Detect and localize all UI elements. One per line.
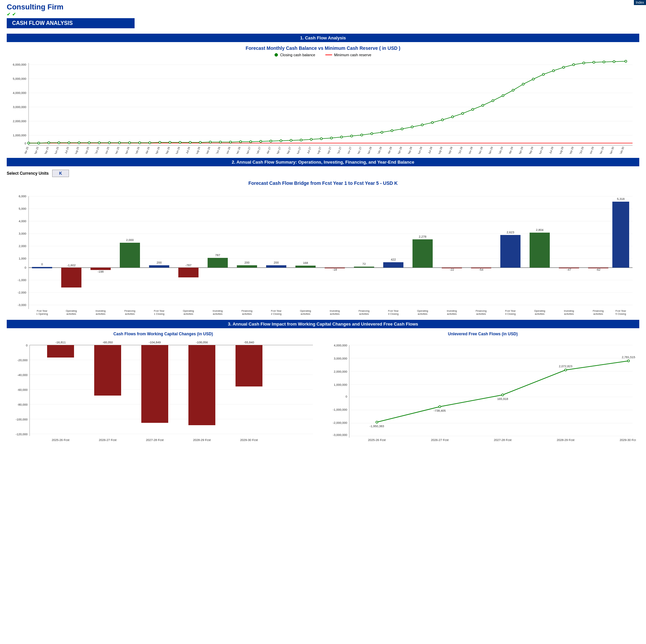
- currency-button[interactable]: K: [52, 170, 69, 177]
- header: Consulting Firm ✔ ✔ CASH FLOW ANALYSIS: [0, 0, 646, 30]
- svg-text:Financing: Financing: [124, 309, 136, 312]
- svg-text:-62: -62: [596, 268, 600, 271]
- bar-5: [178, 268, 199, 277]
- svg-point-70: [563, 66, 565, 68]
- svg-text:2,804: 2,804: [536, 228, 544, 232]
- legend-red-label: Minimum cash reserve: [334, 53, 371, 57]
- svg-text:4,000,000: 4,000,000: [13, 91, 26, 95]
- index-tab[interactable]: Index: [634, 0, 646, 5]
- svg-text:Fcst Year: Fcst Year: [95, 315, 106, 316]
- svg-point-19: [48, 142, 50, 144]
- svg-text:-68,050: -68,050: [103, 341, 113, 344]
- svg-text:Jan-27: Jan-27: [246, 146, 251, 154]
- svg-text:activities: activities: [242, 312, 252, 315]
- svg-text:Fcst Year: Fcst Year: [183, 315, 194, 316]
- bar-17: [530, 233, 550, 268]
- svg-text:Fcst Year: Fcst Year: [242, 315, 252, 316]
- svg-text:Jun-29: Jun-29: [538, 146, 544, 154]
- svg-text:-16,811: -16,811: [56, 341, 66, 344]
- svg-point-47: [330, 137, 332, 139]
- svg-text:activities: activities: [418, 312, 428, 315]
- svg-text:Feb-29: Feb-29: [498, 146, 504, 154]
- svg-text:1 Opening: 1 Opening: [36, 312, 48, 315]
- svg-text:5 Closing: 5 Closing: [615, 312, 626, 315]
- svg-text:422: 422: [391, 258, 396, 261]
- svg-text:activities: activities: [535, 312, 545, 315]
- svg-text:May-27: May-27: [286, 146, 292, 154]
- svg-text:2,000,000: 2,000,000: [334, 370, 347, 373]
- bridge-chart-svg: 6,000 5,000 4,000 3,000 2,000 1,000 0 -1…: [7, 188, 636, 316]
- svg-text:activities: activities: [125, 312, 135, 315]
- svg-text:3,000,000: 3,000,000: [334, 357, 347, 360]
- svg-text:Nov-27: Nov-27: [347, 146, 352, 154]
- svg-point-48: [340, 136, 343, 138]
- svg-text:3 Closing: 3 Closing: [388, 312, 398, 315]
- svg-text:-3,000,000: -3,000,000: [333, 433, 347, 437]
- cash-flow-banner: CASH FLOW ANALYSIS: [7, 18, 135, 28]
- bar-8: [266, 265, 286, 268]
- svg-text:Cash: Cash: [39, 315, 45, 316]
- svg-text:Sep-26: Sep-26: [205, 146, 211, 154]
- bar-13: [412, 239, 433, 268]
- svg-text:Jan-28: Jan-28: [367, 146, 372, 154]
- svg-point-28: [139, 142, 141, 144]
- svg-text:0: 0: [41, 263, 43, 266]
- svg-text:Apr-26: Apr-26: [155, 146, 160, 154]
- chart-1-title: Forecast Monthly Cash Balance vs Minimum…: [7, 45, 639, 51]
- svg-text:0: 0: [26, 344, 28, 347]
- svg-text:-1,000,000: -1,000,000: [333, 408, 347, 411]
- svg-text:5,000: 5,000: [19, 207, 26, 210]
- svg-point-56: [421, 124, 423, 126]
- bar-0: [32, 267, 52, 268]
- ufcf-chart-col: Unlevered Free Cash Flows (in USD) 4,000…: [326, 332, 639, 446]
- bridge-chart-title: Forecast Cash Flow Bridge from Fcst Year…: [7, 180, 639, 186]
- svg-point-36: [219, 141, 221, 143]
- wc-bar-2: [94, 345, 121, 396]
- svg-point-64: [502, 95, 504, 97]
- firm-name: Consulting Firm: [7, 3, 639, 11]
- svg-text:2,072,823: 2,072,823: [559, 365, 572, 368]
- svg-text:Apr-28: Apr-28: [397, 146, 403, 154]
- svg-text:Fcst Year: Fcst Year: [124, 315, 135, 316]
- red-line-icon: [325, 55, 332, 55]
- legend-red: Minimum cash reserve: [325, 53, 371, 57]
- svg-point-50: [361, 134, 363, 136]
- svg-text:Fcst Year: Fcst Year: [359, 315, 369, 316]
- svg-point-74: [603, 61, 605, 63]
- svg-text:2027-28 Fcst: 2027-28 Fcst: [146, 438, 164, 442]
- svg-point-54: [401, 128, 403, 130]
- svg-text:-47: -47: [567, 268, 571, 271]
- svg-point-53: [391, 130, 393, 132]
- svg-text:2029-30 Fcst: 2029-30 Fcst: [240, 438, 258, 442]
- svg-point-37: [229, 141, 231, 143]
- checkmarks: ✔ ✔: [7, 11, 639, 17]
- svg-point-75: [613, 61, 615, 63]
- wc-bar-1: [47, 345, 74, 358]
- svg-text:Mar-28: Mar-28: [387, 146, 393, 154]
- svg-text:Dec-28: Dec-28: [478, 146, 483, 154]
- svg-text:Investing: Investing: [564, 309, 574, 312]
- svg-text:Jul-29: Jul-29: [549, 146, 554, 154]
- svg-point-29: [149, 142, 151, 144]
- ufcf-dot-2: [439, 406, 441, 408]
- svg-text:0: 0: [346, 395, 347, 398]
- svg-text:May-26: May-26: [165, 146, 171, 154]
- svg-text:activities: activities: [184, 312, 193, 315]
- svg-text:Financing: Financing: [242, 309, 253, 312]
- svg-text:Investing: Investing: [213, 309, 223, 312]
- svg-text:6,000: 6,000: [19, 195, 26, 198]
- svg-text:2,000: 2,000: [19, 244, 26, 248]
- svg-text:Operating: Operating: [300, 309, 311, 312]
- svg-text:Financing: Financing: [476, 309, 487, 312]
- svg-text:Apr-27: Apr-27: [276, 146, 282, 154]
- svg-text:activities: activities: [301, 312, 311, 315]
- svg-text:Nov-25: Nov-25: [104, 146, 110, 154]
- svg-point-24: [98, 142, 100, 144]
- svg-text:Feb-28: Feb-28: [377, 146, 383, 154]
- svg-text:May-28: May-28: [407, 146, 413, 154]
- svg-point-34: [199, 141, 201, 143]
- chart-1-legend: Closing cash balance Minimum cash reserv…: [7, 53, 639, 57]
- svg-text:Fcst Year: Fcst Year: [534, 315, 545, 316]
- svg-point-21: [68, 142, 70, 144]
- bar-3: [120, 243, 140, 268]
